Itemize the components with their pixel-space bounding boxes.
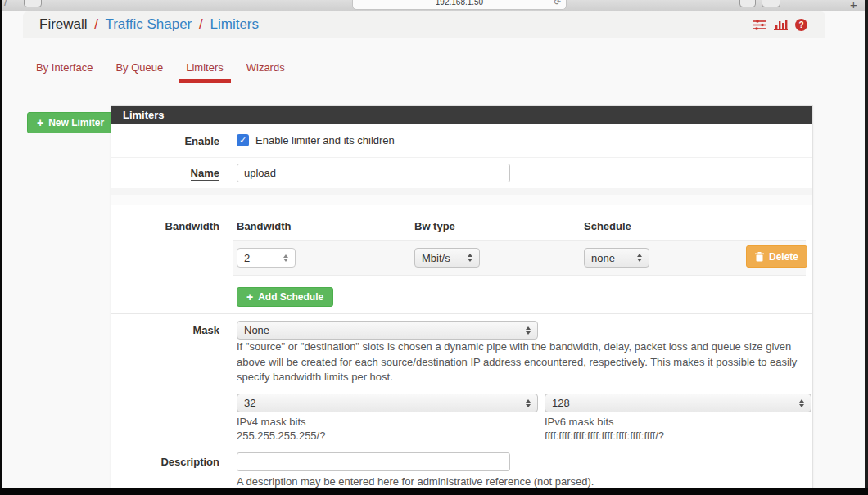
ipv6-mask-bits-label: IPv6 mask bits: [545, 416, 614, 428]
help-glyph: ?: [798, 20, 803, 29]
page-header-band: Firewall / Traffic Shaper / Limiters: [23, 11, 825, 38]
plus-icon: +: [37, 117, 43, 128]
enable-checkbox-label: Enable limiter and its children: [255, 134, 395, 146]
bandwidth-section: Bandwidth Bandwidth Bw type Schedule 2 M…: [111, 205, 812, 313]
breadcrumb-current-link[interactable]: Limiters: [210, 16, 259, 32]
breadcrumb-root: Firewall: [39, 16, 88, 32]
description-help-text: A description may be entered here for ad…: [237, 475, 594, 488]
trash-icon: [755, 252, 764, 262]
select-arrows-icon: [468, 254, 472, 262]
section-gap: [111, 188, 812, 195]
breadcrumb: Firewall / Traffic Shaper / Limiters: [39, 11, 259, 38]
name-input[interactable]: [237, 164, 510, 182]
section-gap: [111, 195, 812, 205]
select-arrows-icon: [526, 326, 531, 335]
bw-type-select[interactable]: Mbit/s: [414, 248, 480, 268]
ipv4-mask-hint: 255.255.255.255/?: [237, 430, 325, 442]
select-arrows-icon: [526, 399, 531, 407]
app-window: / 192.168.1.50 ⟳ + Firewall / Traffic Sh…: [2, 0, 865, 488]
name-label-text: Name: [191, 167, 219, 181]
browser-sidebar-icon[interactable]: [24, 0, 42, 7]
number-stepper-icon[interactable]: [283, 254, 288, 262]
ipv4-mask-value: 32: [244, 397, 255, 409]
ipv6-mask-value: 128: [552, 397, 570, 409]
bandwidth-data-row: [233, 240, 806, 276]
description-input[interactable]: [237, 452, 510, 471]
browser-back-icon[interactable]: /: [4, 0, 7, 8]
name-row: Name: [111, 157, 812, 188]
delete-label: Delete: [769, 251, 798, 263]
bw-type-value: Mbit/s: [422, 252, 450, 264]
browser-tabs-icon[interactable]: [762, 0, 780, 7]
add-schedule-button[interactable]: + Add Schedule: [237, 287, 333, 307]
ipv6-mask-select[interactable]: 128: [545, 394, 811, 412]
new-limiter-button[interactable]: + New Limiter: [27, 112, 114, 133]
col-header-schedule: Schedule: [584, 220, 631, 232]
plus-icon: +: [246, 291, 253, 303]
browser-url-text: 192.168.1.50: [436, 0, 483, 7]
browser-share-icon[interactable]: [739, 0, 756, 7]
breadcrumb-separator: /: [91, 16, 102, 32]
breadcrumb-parent-link[interactable]: Traffic Shaper: [105, 16, 192, 32]
refresh-icon[interactable]: ⟳: [554, 0, 561, 7]
browser-toolbar: / 192.168.1.50 ⟳ +: [2, 0, 865, 11]
limiters-panel: Limiters Enable ✓ Enable limiter and its…: [111, 105, 813, 488]
select-arrows-icon: [799, 399, 804, 407]
tab-limiters[interactable]: Limiters: [179, 59, 231, 83]
bandwidth-value-input[interactable]: 2: [237, 248, 296, 268]
tab-by-interface[interactable]: By Interface: [36, 59, 93, 83]
bar-chart-icon[interactable]: [774, 19, 788, 30]
browser-new-tab-icon[interactable]: +: [850, 0, 857, 11]
col-header-bw-type: Bw type: [414, 220, 455, 232]
letterbox-edge: [0, 488, 868, 495]
enable-checkbox[interactable]: ✓: [237, 134, 249, 146]
schedule-select[interactable]: none: [584, 248, 649, 268]
ipv4-mask-select[interactable]: 32: [237, 394, 538, 412]
bandwidth-value: 2: [244, 252, 250, 264]
enable-label: Enable: [111, 135, 219, 147]
name-label: Name: [111, 167, 219, 179]
description-section: Description A description may be entered…: [111, 443, 812, 488]
sliders-icon[interactable]: [753, 19, 766, 30]
delete-button[interactable]: Delete: [746, 245, 807, 268]
tab-wizards[interactable]: Wizards: [246, 59, 285, 83]
add-schedule-label: Add Schedule: [258, 291, 323, 303]
tab-bar: By Interface By Queue Limiters Wizards: [36, 59, 285, 83]
letterbox-stage: / 192.168.1.50 ⟳ + Firewall / Traffic Sh…: [0, 0, 868, 495]
mask-select[interactable]: None: [237, 321, 538, 340]
bandwidth-section-label: Bandwidth: [111, 220, 219, 232]
enable-row: Enable ✓ Enable limiter and its children: [111, 124, 812, 157]
schedule-value: none: [591, 252, 615, 264]
letterbox-edge: [865, 0, 868, 495]
ipv4-mask-bits-label: IPv4 mask bits: [237, 416, 306, 428]
select-arrows-icon: [637, 254, 642, 262]
mask-help-text: If "source" or "destination" slots is ch…: [237, 340, 815, 385]
header-icon-group: ?: [753, 11, 807, 38]
panel-title: Limiters: [111, 106, 812, 124]
description-label: Description: [111, 456, 219, 468]
browser-address-bar[interactable]: 192.168.1.50 ⟳: [352, 0, 567, 10]
help-icon[interactable]: ?: [795, 19, 807, 31]
breadcrumb-separator: /: [196, 16, 206, 32]
mask-value: None: [244, 324, 269, 336]
mask-section: Mask None If "source" or "destination" s…: [111, 313, 812, 443]
mask-label: Mask: [111, 324, 219, 336]
ipv6-mask-hint: ffff:ffff:ffff:ffff:ffff:ffff:ffff:ffff/…: [545, 430, 664, 442]
tab-by-queue[interactable]: By Queue: [115, 59, 163, 83]
new-limiter-label: New Limiter: [48, 117, 104, 128]
col-header-bandwidth: Bandwidth: [237, 220, 291, 232]
divider: [111, 389, 812, 389]
